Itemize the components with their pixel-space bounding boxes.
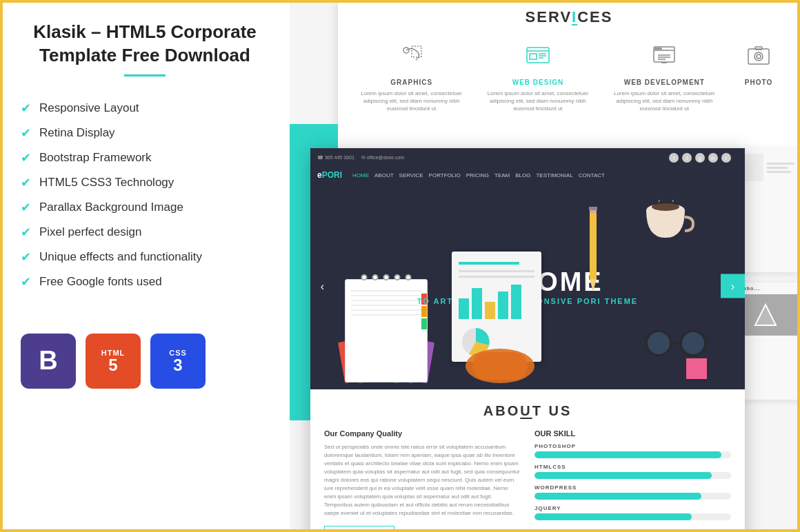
- service-label-webdesign: WEB DESIGN: [481, 79, 594, 86]
- skill-bar-bg: [534, 513, 731, 520]
- svg-point-35: [682, 332, 704, 354]
- site-logo: ePORI: [317, 170, 342, 180]
- svg-marker-24: [590, 279, 597, 291]
- pencil-illustration: [586, 203, 600, 296]
- company-quality-title: Our Company Quality: [324, 429, 521, 438]
- svg-rect-16: [748, 49, 769, 64]
- list-item: ✔ Responsive Layout: [21, 101, 269, 116]
- about-section: ABOUT US Our Company Quality Sed ut pers…: [310, 389, 745, 532]
- svg-point-34: [648, 332, 670, 354]
- list-item: ✔ Bootstrap Framework: [21, 150, 269, 165]
- company-quality-text: Sed ut perspiciatis unde omnis iste natu…: [324, 443, 521, 518]
- nav-portfolio[interactable]: PORTFOLIO: [429, 172, 461, 178]
- title-underline: [124, 74, 166, 76]
- nav-pricing[interactable]: PRICING: [466, 172, 489, 178]
- graphics-icon: [355, 39, 468, 73]
- coffee-cup-illustration: [641, 200, 697, 251]
- notebook-illustration: [345, 279, 428, 382]
- check-icon: ✔: [21, 150, 31, 165]
- svg-point-11: [660, 48, 661, 50]
- skill-row-htmlcss: HTMLCSS: [534, 464, 731, 479]
- nav-service[interactable]: SERVICE: [399, 172, 423, 178]
- slider-prev-button[interactable]: ‹: [310, 274, 334, 298]
- svg-rect-26: [589, 207, 597, 210]
- service-item-photo: PHOTO: [731, 32, 786, 120]
- skill-bar-bg: [534, 451, 731, 458]
- service-item-webdesign: WEB DESIGN Lorem ipsum dolor sit amet, c…: [478, 32, 597, 120]
- left-panel-title: Klasik – HTML5 Corporate Template Free D…: [0, 0, 290, 87]
- right-area: SERVICES GRAPHICS Lorem ipsum dolor sit …: [276, 0, 800, 532]
- svg-point-17: [754, 52, 763, 61]
- svg-rect-23: [590, 210, 597, 279]
- skill-bar-bg: [534, 472, 731, 479]
- check-icon: ✔: [21, 101, 31, 116]
- webdesign-icon: [481, 39, 594, 73]
- mini-bar-chart: [459, 285, 534, 319]
- nav-links: HOME ABOUT SERVICE PORTFOLIO PRICING TEA…: [352, 172, 605, 178]
- notebook-spirals: [361, 274, 412, 280]
- notebook-lines: [346, 280, 427, 325]
- chart-illustration: [438, 238, 576, 389]
- about-title: ABOUT US: [324, 403, 731, 419]
- skill-bar-fill: [534, 451, 721, 458]
- list-item: ✔ Free Google fonts used: [21, 274, 269, 289]
- skill-row-wordpress: WORDPRESS: [534, 484, 731, 500]
- service-desc-webdev: Lorem ipsum dolor sit amet, consectetuer…: [608, 90, 721, 113]
- page-title: Klasik – HTML5 Corporate Template Free D…: [21, 21, 269, 68]
- svg-rect-22: [472, 352, 528, 380]
- svg-line-33: [706, 335, 710, 338]
- list-item: ✔ Parallax Background Image: [21, 200, 269, 215]
- social-strip: f t g in r: [662, 152, 738, 164]
- check-icon: ✔: [21, 225, 31, 240]
- nav-contact[interactable]: CONTACT: [579, 172, 605, 178]
- nav-testimonial[interactable]: TESTIMONIAL: [536, 172, 572, 178]
- about-left-col: Our Company Quality Sed ut perspiciatis …: [324, 429, 521, 532]
- hand-illustration: [459, 331, 541, 389]
- skill-bars: PHOTOSHOP HTMLCSS WORDPRES: [534, 443, 731, 520]
- skill-bar-fill: [534, 513, 692, 520]
- left-panel: Klasik – HTML5 Corporate Template Free D…: [0, 0, 290, 532]
- get-in-touch-button[interactable]: GET IN TOUCH: [324, 526, 394, 532]
- skill-label: HTMLCSS: [534, 464, 731, 470]
- rss-icon: r: [721, 153, 731, 163]
- nav-home[interactable]: HOME: [352, 172, 369, 178]
- browser-logo-bar: ePORI HOME ABOUT SERVICE PORTFOLIO PRICI…: [310, 167, 745, 183]
- svg-line-32: [641, 335, 646, 338]
- service-desc-webdesign: Lorem ipsum dolor sit amet, consectetuer…: [481, 90, 594, 113]
- css3-badge: CSS 3: [150, 334, 206, 389]
- features-list: ✔ Responsive Layout ✔ Retina Display ✔ B…: [0, 87, 290, 313]
- svg-rect-19: [755, 47, 762, 50]
- service-label-webdev: WEB DEVELOPMENT: [608, 79, 721, 86]
- list-item: ✔ HTML5 CSS3 Technology: [21, 175, 269, 190]
- service-desc-graphics: Lorem ipsum dolor sit amet, consectetuer…: [355, 90, 468, 113]
- check-icon: ✔: [21, 274, 31, 289]
- svg-point-10: [658, 48, 659, 50]
- browser-nav: ☎ 305 445 3301 ✉ office@store.com f t g …: [310, 148, 745, 167]
- slider-next-button[interactable]: ›: [721, 274, 745, 298]
- nav-about[interactable]: ABOUT: [374, 172, 394, 178]
- skill-label: JQUERY: [534, 505, 731, 511]
- linkedin-icon: in: [708, 153, 718, 163]
- webdev-icon: [608, 39, 721, 73]
- check-icon: ✔: [21, 175, 31, 190]
- photo-icon: [734, 39, 783, 73]
- service-item-graphics: GRAPHICS Lorem ipsum dolor sit amet, con…: [352, 32, 471, 120]
- check-icon: ✔: [21, 249, 31, 265]
- glasses-illustration: [641, 328, 710, 362]
- skill-row-photoshop: PHOTOSHOP: [534, 443, 731, 458]
- badges-row: B HTML 5 CSS 3: [0, 313, 290, 409]
- svg-rect-1: [527, 48, 549, 63]
- svg-marker-36: [755, 305, 776, 325]
- services-mockup: SERVICES GRAPHICS Lorem ipsum dolor sit …: [338, 0, 800, 158]
- skill-bar-bg: [534, 493, 731, 500]
- skills-title: OUR SKILL: [534, 429, 731, 438]
- svg-rect-3: [530, 54, 537, 59]
- hero-section: ‹: [310, 183, 745, 389]
- skill-bar-fill: [534, 472, 712, 479]
- skill-row-jquery: JQUERY: [534, 505, 731, 520]
- services-title: SERVICES: [338, 0, 800, 32]
- about-right-col: OUR SKILL PHOTOSHOP HTMLCSS: [534, 429, 731, 532]
- nav-blog[interactable]: BLOG: [515, 172, 530, 178]
- svg-point-18: [757, 54, 761, 59]
- nav-team[interactable]: TEAM: [494, 172, 510, 178]
